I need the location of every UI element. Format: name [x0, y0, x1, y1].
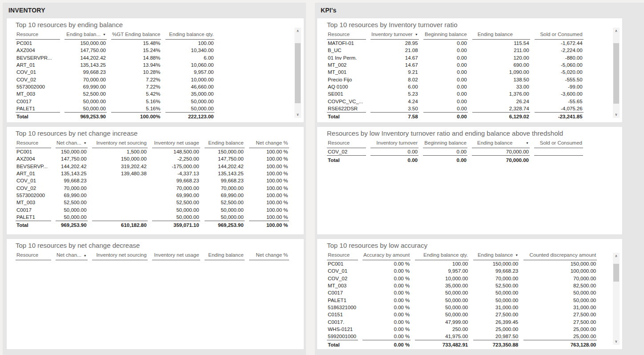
column-header[interactable]: Net change %	[249, 139, 289, 148]
column-header[interactable]: Sold or Consumed	[534, 139, 583, 148]
column-header[interactable]: Resource	[327, 30, 366, 40]
table-row[interactable]: MT_00352,500.0052,500.0052,500.00100.00 …	[16, 199, 295, 206]
scrollbar-thumb[interactable]	[613, 264, 619, 282]
column-header[interactable]: Inventory turnover	[370, 139, 419, 148]
column-header[interactable]: Ending balance qty.	[415, 251, 469, 260]
column-header[interactable]: Inventory net sourcing	[92, 251, 148, 260]
column-header[interactable]: Resource	[16, 139, 51, 148]
table-row[interactable]: C0017.0.00 %47,999.0026,399.4527,500.00	[327, 318, 603, 325]
table-row[interactable]: COV_0199,668.2399,668.2399,668.23100.00 …	[16, 177, 295, 184]
scroll-down-icon[interactable]: ∨	[294, 111, 301, 118]
table-row[interactable]: C01510.00 %50,000.0027,500.0027,500.00	[327, 311, 603, 318]
column-header[interactable]: Ending balance▼	[472, 139, 530, 148]
table-row[interactable]: ART_01135,143.2513.94%10,060.00	[16, 61, 221, 69]
cell: C0151	[327, 311, 358, 318]
column-header[interactable]: Resource	[327, 139, 366, 148]
column-header[interactable]: Accuracy by amount	[362, 251, 411, 260]
table-row[interactable]: PALET150,000.005.16%50,000.00	[16, 105, 221, 112]
column-header[interactable]: Beginning balance	[423, 139, 467, 148]
ending-balance-table: ResourceEnding balan...▼%GT Ending balan…	[11, 30, 225, 121]
column-header[interactable]: Ending balance	[472, 30, 530, 40]
column-header[interactable]: Ending balance▼	[473, 251, 519, 260]
table-row[interactable]: Precio Fijo8.020.00138.50-555.50	[327, 76, 590, 83]
column-header[interactable]: Inventory net sourcing	[92, 139, 148, 148]
table-row[interactable]: ART_01135,143.25139,480.38-4,337.13135,1…	[16, 170, 295, 177]
table-row[interactable]: PC001150,000.001,500.00148,500.00150,000…	[16, 148, 295, 155]
table-row[interactable]: 557300200069,990.007.22%46,660.00	[16, 83, 221, 90]
column-header[interactable]: Inventory net usage	[152, 251, 200, 260]
scroll-down-icon[interactable]: ∨	[613, 338, 620, 345]
table-row[interactable]: B_UC21.080.00211.00-2,224.00	[327, 47, 590, 54]
table-row[interactable]: COV_020.000.0070,000.00	[327, 148, 589, 155]
table-row[interactable]: BEVSERVP...144,202.42319,202.42-175,000.…	[16, 163, 295, 170]
total-cell: 100.00 %	[249, 221, 289, 230]
table-row[interactable]: C001750,000.005.16%50,000.00	[16, 97, 221, 105]
table-row[interactable]: BEVSERVPR...144,202.4214.88%6.00	[16, 54, 221, 61]
vertical-scrollbar[interactable]: ∧ ∨	[613, 253, 620, 345]
sort-desc-icon[interactable]: ▼	[526, 141, 529, 145]
column-header[interactable]: Sold or Consumed	[535, 30, 584, 40]
cell: 0.00	[423, 148, 467, 155]
sort-desc-icon[interactable]: ▼	[103, 32, 106, 37]
column-header[interactable]: Resource	[16, 251, 51, 260]
cell-filler	[601, 318, 603, 325]
table-row[interactable]: AQ 01006.000.0033.00-99.00	[327, 83, 590, 90]
table-row[interactable]: COV_0270,000.007.22%10,000.00	[16, 76, 221, 83]
table-row[interactable]: PC0010.00 %100.00150,000.00150,000.00	[327, 260, 603, 267]
sort-asc-icon[interactable]: ▲	[84, 253, 87, 258]
vertical-scrollbar[interactable]: ∧ ∨	[294, 28, 301, 118]
table-row[interactable]: 01 Inv Perm.14.670.00120.00-880.00	[327, 54, 590, 61]
table-row[interactable]: COV_010.00 %9,957.0099,668.23100,000.00	[327, 267, 603, 274]
table-row[interactable]: MT_00214.670.00690.00-5,060.00	[327, 61, 590, 69]
column-header[interactable]: Beginning balance	[423, 30, 468, 40]
column-header[interactable]: Net change %	[249, 251, 289, 260]
column-header[interactable]: Net chan...▼	[56, 139, 88, 148]
table-row[interactable]: MT_0030.00 %35,000.0052,500.0082,500.00	[327, 282, 603, 289]
column-header-label: Net chan...	[56, 140, 81, 146]
table-row[interactable]: C00170.00 %50,000.0050,000.0050,000.00	[327, 289, 603, 296]
table-row[interactable]: 51863210000.00 %50,000.0031,000.0031,000…	[327, 304, 603, 311]
table-row[interactable]: 557300200069,990.0069,990.0069,990.00100…	[16, 192, 295, 199]
table-row[interactable]: COV_0270,000.0070,000.0070,000.00100.00 …	[16, 184, 295, 191]
scroll-down-icon[interactable]: ∨	[613, 111, 620, 118]
table-row[interactable]: PALET150,000.0050,000.0050,000.00100.00 …	[16, 214, 295, 221]
scroll-up-icon[interactable]: ∧	[613, 253, 620, 259]
column-header[interactable]: Ending balan...▼	[64, 30, 107, 40]
scrollbar-thumb[interactable]	[613, 43, 619, 104]
table-row[interactable]: AXZ004147,750.0015.24%10,340.00	[16, 47, 221, 54]
cell: 5573002000	[16, 83, 60, 90]
table-row[interactable]: COVPC_VC_...4.240.0026.24-55.65	[327, 97, 590, 105]
scroll-up-icon[interactable]: ∧	[613, 28, 620, 34]
vertical-scrollbar[interactable]: ∧ ∨	[613, 28, 620, 118]
column-header[interactable]: %GT Ending balance	[111, 30, 161, 40]
table-row[interactable]: PC001150,000.0015.48%100.00	[16, 40, 221, 47]
cell: WHS-0121	[327, 326, 358, 333]
table-row[interactable]: COV_0199,668.2310.28%9,957.00	[16, 69, 221, 76]
table-row[interactable]: RSE622DSR3.500.002,328.74-4,075.26	[327, 105, 590, 112]
table-row[interactable]: SE0015.230.001,376.00-3,600.00	[327, 90, 590, 97]
sort-desc-icon[interactable]: ▼	[84, 141, 87, 145]
column-header[interactable]: Counted discrepancy amount	[523, 251, 597, 260]
column-header[interactable]: Inventory net usage	[152, 139, 200, 148]
column-header[interactable]: Ending balance	[205, 251, 245, 260]
column-header[interactable]: Ending balance qty.	[165, 30, 214, 40]
sort-desc-icon[interactable]: ▼	[515, 253, 518, 258]
table-row[interactable]: COV_020.00 %10,000.0070,000.0070,000.00	[327, 275, 603, 282]
scrollbar-thumb[interactable]	[295, 43, 301, 103]
table-row[interactable]: MT_00352,500.005.42%35,000.00	[16, 90, 221, 97]
cell: 8.02	[370, 76, 419, 83]
table-row[interactable]: MT_0019.210.001,090.00-5,020.00	[327, 69, 590, 76]
column-header[interactable]: Resource	[16, 30, 60, 40]
sort-desc-icon[interactable]: ▼	[415, 32, 418, 37]
table-row[interactable]: WHS-01210.00 %250.0025,000.0025,000.00	[327, 326, 603, 333]
table-row[interactable]: MATOFI-0128.950.00115.54-1,672.44	[327, 40, 590, 47]
column-header[interactable]: Resource	[327, 251, 358, 260]
table-row[interactable]: PALET10.00 %50,000.0050,000.0050,000.00	[327, 296, 603, 303]
table-row[interactable]: AXZ004147,750.00150,000.00-2,250.00147,7…	[16, 155, 295, 162]
column-header[interactable]: Ending balance	[205, 139, 245, 148]
column-header[interactable]: Net chan...▲	[56, 251, 88, 260]
table-row[interactable]: 59920010000.00 %41,975.0020,987.5025,000…	[327, 333, 603, 340]
scroll-up-icon[interactable]: ∧	[294, 28, 301, 34]
table-row[interactable]: C001750,000.0050,000.0050,000.00100.00 %	[16, 206, 295, 213]
column-header[interactable]: Inventory turnover▼	[370, 30, 419, 40]
